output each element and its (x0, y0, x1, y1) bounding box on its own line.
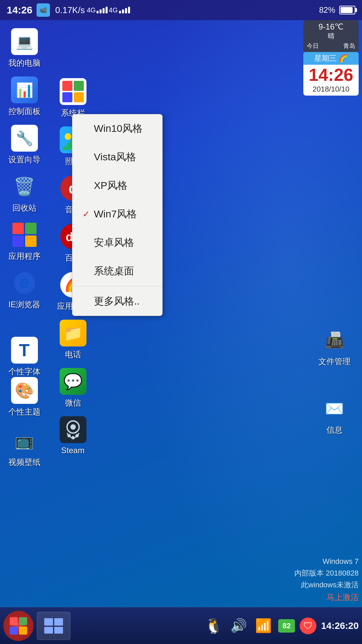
signal-bars-1 (97, 7, 108, 13)
icon-phone-label: 文件管理 (318, 356, 351, 367)
icon-phone[interactable]: 📠 文件管理 (310, 322, 359, 370)
battery-icon (339, 6, 355, 14)
taskbar-active-window[interactable] (37, 612, 70, 640)
icon-steam[interactable]: Steam (49, 412, 97, 459)
apps-icon (11, 221, 38, 248)
network-speed: 0.17K/s (55, 5, 85, 15)
taskbar-right: 🐧 🔊 📶 82 🛡 14:26:20 (204, 616, 359, 636)
menu-item-win10[interactable]: Win10风格 (72, 114, 162, 143)
taskbar-start-button[interactable] (3, 611, 34, 641)
taskbar-qq-icon[interactable]: 🐧 (204, 616, 224, 636)
svg-rect-28 (19, 617, 27, 625)
icon-setup-wizard-label: 设置向导 (8, 154, 41, 165)
desktop-icons-col1: 💻 我的电脑 📊 控制面板 🔧 设置向导 🗑️ 回收站 应用程序 (0, 23, 49, 313)
weather-footer: 今日 青岛 (307, 42, 355, 50)
check-desktop (82, 266, 90, 276)
menu-item-android[interactable]: 安卓风格 (72, 228, 162, 257)
taskbar-window-icon (44, 618, 64, 634)
win-notice-line1: Windows 7 (294, 555, 359, 567)
menu-item-xp[interactable]: XP风格 (72, 171, 162, 200)
steam-icon (60, 416, 86, 443)
desktop-icons-right: 📠 文件管理 ✉️ 信息 (310, 322, 359, 439)
svg-rect-10 (74, 92, 84, 102)
menu-item-vista[interactable]: Vista风格 (72, 143, 162, 171)
menu-win7-label: Win7风格 (94, 207, 137, 221)
screen-record-icon: 📹 (37, 3, 50, 17)
icon-apps-label: 应用程序 (8, 251, 41, 262)
svg-rect-3 (25, 235, 37, 247)
check-vista (82, 152, 90, 162)
weather-city: 青岛 (343, 42, 355, 50)
battery-fill (341, 7, 353, 13)
svg-rect-29 (10, 627, 18, 635)
message-icon: ✉️ (321, 395, 348, 422)
status-bar: 14:26 📹 0.17K/s 4G 4G 82% (0, 0, 362, 20)
icon-message-label: 信息 (326, 425, 343, 435)
weather-widget[interactable]: 9-16℃ 晴 今日 青岛 (303, 20, 359, 52)
menu-item-win7[interactable]: ✓ Win7风格 (72, 200, 162, 228)
network-type-4g-1: 4G (87, 6, 96, 14)
icon-file-manager[interactable]: 📁 电话 (49, 315, 97, 363)
check-android (82, 237, 90, 248)
taskbar: 🐧 🔊 📶 82 🛡 14:26:20 (0, 607, 362, 644)
icon-wechat-label: 微信 (65, 397, 81, 408)
icon-wechat[interactable]: 💬 微信 (49, 363, 97, 412)
file-manager-icon: 📁 (60, 320, 86, 346)
font-icon: T (11, 337, 38, 364)
icon-theme-label: 个性主题 (8, 407, 41, 417)
menu-desktop-label: 系统桌面 (94, 264, 134, 278)
calendar-header: 星期三 🌈 (303, 52, 359, 65)
icon-control-panel[interactable]: 📊 控制面板 (0, 72, 49, 120)
icon-my-computer[interactable]: 💻 我的电脑 (0, 23, 49, 72)
calendar-time: 14:26 (303, 65, 359, 85)
menu-vista-label: Vista风格 (94, 150, 136, 164)
taskbar-battery-num[interactable]: 82 (278, 619, 295, 633)
icon-file-manager-label: 电话 (65, 349, 81, 360)
signal-bars-2 (119, 7, 130, 13)
svg-rect-2 (12, 235, 24, 247)
svg-rect-31 (44, 618, 53, 626)
svg-point-23 (70, 424, 76, 430)
icon-theme[interactable]: 🎨 个性主题 (0, 372, 49, 421)
icon-theme-wrapper: 🎨 个性主题 (0, 372, 49, 421)
status-right: 82% (319, 5, 355, 15)
calendar-widget[interactable]: 星期三 🌈 14:26 2018/10/10 (303, 52, 359, 96)
svg-point-24 (67, 434, 71, 437)
taskbar-wifi-icon[interactable]: 📶 (253, 616, 274, 636)
svg-rect-27 (10, 617, 18, 625)
check-xp (82, 180, 90, 191)
taskbar-speaker-icon[interactable]: 🔊 (229, 616, 249, 636)
svg-rect-9 (62, 92, 72, 102)
calendar-date: 2018/10/10 (303, 85, 359, 96)
svg-rect-33 (44, 627, 53, 634)
icon-ie-browser[interactable]: e IE浏览器 (0, 265, 49, 313)
icon-video-wallpaper-label: 视频壁纸 (8, 457, 41, 468)
menu-win10-label: Win10风格 (94, 122, 142, 136)
menu-more-label: 更多风格.. (94, 294, 140, 308)
icon-recycle-bin[interactable]: 🗑️ 回收站 (0, 168, 49, 217)
menu-item-more[interactable]: 更多风格.. (72, 287, 162, 316)
svg-rect-34 (54, 627, 63, 634)
svg-text:e: e (19, 272, 29, 291)
menu-item-desktop[interactable]: 系统桌面 (72, 257, 162, 285)
weather-label: 今日 (307, 42, 319, 50)
phone-icon: 📠 (321, 327, 348, 354)
ie-browser-icon: e (11, 270, 38, 297)
icon-apps[interactable]: 应用程序 (0, 217, 49, 265)
icon-message[interactable]: ✉️ 信息 (310, 390, 359, 439)
battery-percent: 82% (319, 5, 335, 15)
icon-steam-label: Steam (61, 446, 84, 455)
icon-control-panel-label: 控制面板 (8, 106, 41, 117)
icon-video-wallpaper[interactable]: 📺 视频壁纸 (0, 423, 49, 471)
calendar-day: 星期三 (314, 53, 337, 63)
windows-logo-icon (9, 616, 28, 635)
win-activate-link[interactable]: 马上激活 (294, 591, 359, 604)
system-bar-icon (60, 78, 86, 105)
icon-ie-label: IE浏览器 (8, 299, 40, 310)
taskbar-shield-icon[interactable]: 🛡 (300, 618, 316, 634)
icon-setup-wizard[interactable]: 🔧 设置向导 (0, 120, 49, 168)
win-notice-line3: 此windows未激活 (294, 579, 359, 591)
svg-rect-1 (25, 223, 37, 234)
theme-icon: 🎨 (11, 377, 38, 404)
network-type-4g-2: 4G (109, 6, 118, 14)
